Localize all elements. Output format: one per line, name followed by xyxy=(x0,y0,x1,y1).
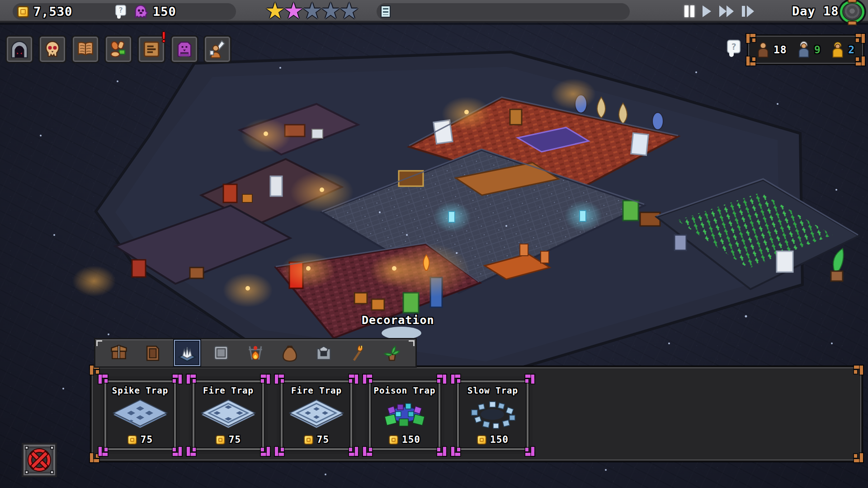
main-toolbar: ! xyxy=(5,35,231,63)
door-icon xyxy=(143,343,163,363)
card-price: 75 xyxy=(304,434,329,445)
placement-cursor xyxy=(382,327,421,339)
souls-value: 150 xyxy=(153,3,176,20)
tab-furnace[interactable] xyxy=(311,340,337,366)
quest-list-icon xyxy=(381,5,391,18)
pressure-plate-icon xyxy=(211,343,231,363)
tab-pressure-plate[interactable] xyxy=(208,340,234,366)
day-counter: Day 18 xyxy=(792,4,839,18)
tab-sack[interactable] xyxy=(277,340,303,366)
tab-chest[interactable] xyxy=(106,340,132,366)
pause-button[interactable] xyxy=(684,5,695,18)
hero-count: 2 xyxy=(831,41,855,59)
gold-coin-icon xyxy=(216,435,225,445)
tab-door[interactable] xyxy=(140,340,166,366)
card-title: Poison Trap xyxy=(374,385,436,395)
potted-plant-icon xyxy=(382,343,402,363)
card-fire-trap-2[interactable]: Fire Trap 75 xyxy=(277,376,356,454)
tab-potted-plant[interactable] xyxy=(379,340,405,366)
top-hud-bar: 7,530 ? 150 ★ ★ ★ ★ ★ Day 18 xyxy=(0,0,868,23)
menu-orb-button[interactable] xyxy=(840,0,864,23)
tab-campfire[interactable] xyxy=(242,340,269,366)
card-fire-trap-1[interactable]: Fire Trap 75 xyxy=(189,376,268,454)
step-forward-button[interactable] xyxy=(741,5,755,18)
torch-icon xyxy=(348,343,368,363)
spike-trap-plate-image xyxy=(111,395,170,434)
minions-button[interactable] xyxy=(38,35,66,63)
food-icon xyxy=(108,39,128,59)
tab-torch[interactable] xyxy=(345,340,371,366)
gold-coin-icon xyxy=(477,435,486,445)
price-value: 150 xyxy=(490,434,509,445)
furnace-icon xyxy=(314,343,334,363)
gold-coin-icon xyxy=(304,435,313,445)
play-button[interactable] xyxy=(702,5,712,18)
gold-value: 7,530 xyxy=(33,3,72,20)
gold-coin-icon xyxy=(17,6,29,18)
placement-tooltip: Decoration xyxy=(362,314,434,327)
quest-progress-bar[interactable] xyxy=(377,3,630,20)
card-price: 75 xyxy=(216,434,241,445)
elder-count-value: 9 xyxy=(814,44,821,56)
star-empty-icon: ★ xyxy=(339,0,358,23)
hero-sword-icon xyxy=(208,39,227,59)
dungeon-gate-button[interactable] xyxy=(5,35,33,63)
card-price: 150 xyxy=(477,434,509,445)
resource-bar: 7,530 ? 150 xyxy=(13,3,236,20)
card-poison-trap[interactable]: Poison Trap xyxy=(365,376,444,454)
card-title: Spike Trap xyxy=(112,385,168,395)
chest-icon xyxy=(109,343,129,363)
card-title: Slow Trap xyxy=(467,385,518,395)
price-value: 75 xyxy=(317,434,329,445)
card-title: Fire Trap xyxy=(291,385,342,395)
gold-counter: 7,530 xyxy=(17,3,72,20)
cancel-placement-button[interactable] xyxy=(22,443,57,477)
dungeon-gate-icon xyxy=(9,39,29,59)
open-book-icon xyxy=(75,39,95,59)
time-controls xyxy=(684,4,755,19)
star-gold-icon: ★ xyxy=(265,0,283,23)
worker-count: 18 xyxy=(756,41,787,59)
notice-board-icon xyxy=(142,39,161,59)
help-bubble-icon[interactable]: ? xyxy=(114,5,127,18)
heroes-button[interactable] xyxy=(203,35,231,63)
population-help-icon[interactable]: ? xyxy=(726,40,741,57)
fire-trap-plate-image xyxy=(199,395,258,434)
tab-spike-trap[interactable] xyxy=(174,340,200,366)
slow-trap-image xyxy=(464,395,521,434)
hero-figure-icon xyxy=(831,41,844,59)
star-pink-icon: ★ xyxy=(283,0,302,23)
dungeon-rating-stars: ★ ★ ★ ★ ★ xyxy=(265,0,358,23)
spike-trap-icon xyxy=(177,343,197,363)
gold-coin-icon xyxy=(389,435,398,445)
soul-ghost-icon xyxy=(133,4,148,19)
star-empty-icon: ★ xyxy=(302,0,321,23)
price-value: 75 xyxy=(141,434,153,445)
price-value: 75 xyxy=(229,434,241,445)
card-title: Fire Trap xyxy=(203,385,254,395)
build-menu-tabs xyxy=(94,338,417,368)
fire-trap-plate-image xyxy=(287,395,346,434)
notice-board-button[interactable]: ! xyxy=(137,35,165,63)
fast-forward-button[interactable] xyxy=(718,5,735,18)
sack-icon xyxy=(280,343,300,363)
card-spike-trap[interactable]: Spike Trap 75 xyxy=(100,376,180,454)
elder-count: 9 xyxy=(797,41,821,59)
resources-button[interactable] xyxy=(104,35,132,63)
altar-button[interactable] xyxy=(170,35,198,63)
worker-figure-icon xyxy=(756,41,770,59)
cancel-x-icon xyxy=(28,449,50,471)
gold-coin-icon xyxy=(127,435,137,445)
price-value: 150 xyxy=(402,434,420,445)
star-empty-icon: ★ xyxy=(321,0,339,23)
worker-count-value: 18 xyxy=(774,44,787,56)
dark-altar-icon xyxy=(175,39,194,59)
campfire-icon xyxy=(245,343,265,363)
build-item-cards: Spike Trap 75 Fire Trap xyxy=(100,376,533,454)
skull-icon xyxy=(42,39,62,59)
codex-button[interactable] xyxy=(71,35,99,63)
card-slow-trap[interactable]: Slow Trap 150 xyxy=(453,376,533,454)
card-price: 150 xyxy=(389,434,420,445)
alert-badge: ! xyxy=(160,29,168,45)
elder-figure-icon xyxy=(797,41,811,59)
